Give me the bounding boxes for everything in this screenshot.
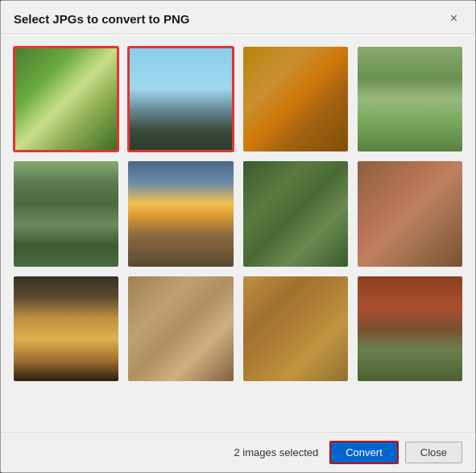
- image-grid: [14, 47, 462, 381]
- dialog-footer: 2 images selected Convert Close: [1, 432, 475, 472]
- image-cell[interactable]: [14, 47, 118, 151]
- image-cell[interactable]: [358, 161, 462, 266]
- image-cell[interactable]: [358, 47, 462, 151]
- header-close-button[interactable]: ×: [445, 10, 462, 27]
- image-cell[interactable]: [128, 47, 233, 151]
- image-cell[interactable]: [14, 161, 118, 266]
- dialog-header: Select JPGs to convert to PNG ×: [1, 1, 475, 34]
- selected-count-label: 2 images selected: [234, 446, 318, 458]
- image-cell[interactable]: [128, 161, 233, 266]
- image-cell[interactable]: [243, 276, 348, 381]
- close-button[interactable]: Close: [405, 442, 462, 463]
- image-cell[interactable]: [128, 276, 233, 381]
- dialog-title: Select JPGs to convert to PNG: [14, 12, 189, 26]
- convert-button[interactable]: Convert: [329, 441, 399, 464]
- image-cell[interactable]: [14, 276, 118, 381]
- image-cell[interactable]: [243, 47, 348, 151]
- image-cell[interactable]: [243, 161, 348, 266]
- dialog-body: [1, 34, 475, 432]
- image-cell[interactable]: [358, 276, 462, 381]
- convert-dialog: Select JPGs to convert to PNG × 2 images…: [0, 0, 476, 473]
